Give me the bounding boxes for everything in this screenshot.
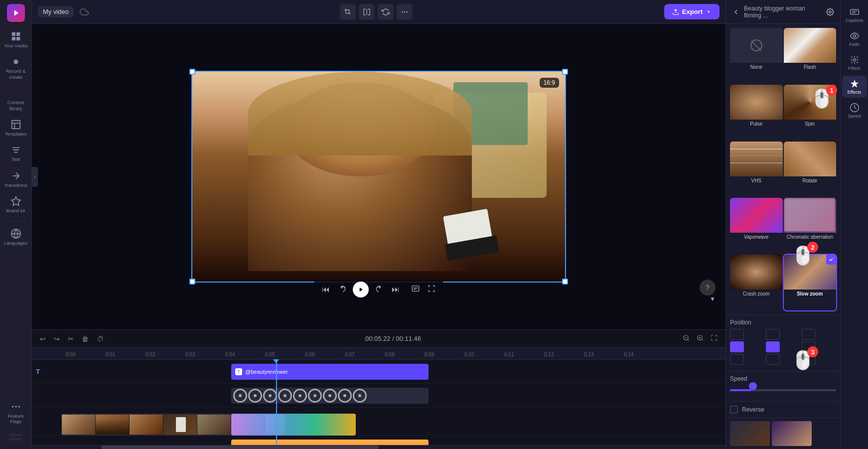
position-cell-3[interactable] — [730, 341, 744, 352]
speed-fill — [730, 389, 751, 391]
expand-panel-button[interactable]: ▼ — [710, 296, 716, 302]
position-cell-4[interactable] — [766, 341, 780, 352]
timeline-scroll-thumb[interactable] — [101, 446, 379, 449]
resize-handle-br[interactable] — [562, 279, 568, 285]
zoom-out-button[interactable] — [681, 333, 692, 344]
resize-handle-bl[interactable] — [189, 279, 195, 285]
playhead[interactable] — [276, 360, 277, 445]
effect-thumb-pulse — [730, 85, 783, 120]
effect-item-chromatic-aberration[interactable]: Chromatic aberration — [784, 198, 837, 254]
cut-button[interactable]: ✂ — [66, 334, 76, 344]
right-icon-fade[interactable]: Fade — [842, 28, 867, 50]
video-thumb-4 — [163, 415, 197, 435]
position-cell-8[interactable] — [802, 354, 816, 365]
reverse-label: Reverse — [742, 406, 764, 413]
timeline-area: ↩ ↪ ✂ 🗑 ⏱ 00:05.22 / 00:11.46 — [32, 329, 725, 449]
sidebar-item-record-create[interactable]: Record &create — [2, 53, 30, 83]
speed-track — [730, 389, 836, 391]
skip-to-end-button[interactable]: ⏭ — [390, 283, 402, 296]
export-button[interactable]: Export — [664, 4, 720, 19]
help-button[interactable]: ? — [700, 280, 716, 296]
effect-item-crash-zoom[interactable]: Crash zoom — [730, 255, 783, 310]
bottom-thumb-1[interactable] — [730, 421, 770, 446]
effect-thumb-vaporwave — [730, 198, 783, 233]
right-icon-speed[interactable]: Speed — [842, 100, 867, 122]
effect-label-pulse: Pulse — [730, 120, 783, 128]
left-sidebar: Your media Record &create Content librar… — [0, 0, 32, 449]
music-track-block[interactable] — [231, 388, 429, 404]
project-name[interactable]: My video — [38, 6, 74, 17]
speed-title: Speed — [730, 375, 836, 382]
app-logo[interactable] — [7, 4, 25, 22]
bottom-thumb-row — [726, 418, 840, 449]
effect-item-spin[interactable]: Spin — [784, 85, 837, 141]
effect-item-pulse[interactable]: Pulse — [730, 85, 783, 141]
bottom-thumb-2[interactable] — [772, 421, 812, 446]
music-disc-8 — [338, 389, 352, 403]
sidebar-item-brand-kit[interactable]: Brand kit — [2, 193, 30, 216]
timeline-scrollbar[interactable] — [32, 445, 725, 449]
forward-button[interactable] — [373, 282, 386, 297]
rewind-button[interactable] — [336, 282, 349, 297]
zoom-in-button[interactable] — [695, 333, 706, 344]
position-cell-6[interactable] — [730, 354, 744, 365]
redo-button[interactable]: ↪ — [52, 334, 62, 344]
video-track-content — [62, 413, 725, 431]
top-bar: My video Export — [32, 0, 725, 24]
position-cell-0[interactable] — [730, 329, 744, 340]
svg-point-15 — [404, 11, 406, 12]
position-cell-7[interactable] — [766, 354, 780, 365]
add-marker-button[interactable]: ⏱ — [95, 334, 106, 344]
effects-overlay-track[interactable] — [231, 414, 356, 436]
effect-item-vaporwave[interactable]: Vaporwave — [730, 198, 783, 254]
play-pause-button[interactable] — [353, 282, 369, 298]
collapse-panel-button[interactable] — [32, 167, 38, 187]
position-cell-1[interactable] — [766, 329, 780, 340]
text-track-block[interactable]: T @beautyreviewer — [231, 364, 429, 380]
position-cell-2[interactable] — [802, 329, 816, 340]
effect-item-slow-zoom[interactable]: Slow zoom — [784, 255, 837, 310]
sidebar-item-your-media[interactable]: Your media — [2, 28, 30, 51]
svg-rect-2 — [11, 37, 15, 40]
svg-point-13 — [18, 406, 20, 408]
right-icon-captions[interactable]: Captions — [842, 4, 867, 26]
effect-item-flash[interactable]: Flash — [784, 28, 837, 84]
audio-waveform-track[interactable] — [231, 440, 429, 446]
flip-button[interactable] — [359, 4, 375, 20]
toolbar-center — [93, 4, 660, 20]
position-cell-5[interactable] — [802, 341, 816, 352]
sidebar-item-text[interactable]: Text — [2, 142, 30, 165]
music-disc-7 — [323, 389, 337, 403]
delete-button[interactable]: 🗑 — [80, 334, 91, 344]
sidebar-item-templates[interactable]: Templates — [2, 116, 30, 140]
effect-item-rotate[interactable]: Rotate — [784, 142, 837, 197]
skip-to-start-button[interactable]: ⏮ — [320, 283, 332, 296]
undo-button[interactable]: ↩ — [38, 334, 48, 344]
timeline-content: 0:00 0:01 0:02 0:03 0:04 0:05 0:06 0:07 … — [32, 348, 725, 445]
none-icon — [750, 39, 762, 51]
more-options-button[interactable] — [397, 4, 413, 20]
effect-item-none[interactable]: None — [730, 28, 783, 84]
sidebar-item-content-library[interactable]: Content library — [2, 85, 30, 114]
reverse-checkbox[interactable] — [730, 406, 738, 414]
sidebar-item-languages[interactable]: Languages — [2, 225, 30, 249]
right-icon-filters[interactable]: Filters — [842, 52, 867, 74]
subtitle-button[interactable] — [410, 283, 422, 297]
right-icon-effects[interactable]: Effects — [842, 76, 867, 98]
fullscreen-button[interactable] — [426, 283, 437, 297]
svg-rect-3 — [16, 37, 19, 40]
sidebar-item-more[interactable]: Feature Flags — [2, 398, 30, 428]
position-section: Position — [726, 314, 840, 371]
music-disc-6 — [308, 389, 322, 403]
sidebar-item-transitions[interactable]: Transitions — [2, 167, 30, 191]
resize-handle-tl[interactable] — [189, 69, 195, 75]
resize-handle-tr[interactable] — [562, 69, 568, 75]
effect-item-vhs[interactable]: VHS — [730, 142, 783, 197]
rotate-button[interactable] — [378, 4, 394, 20]
fit-timeline-button[interactable] — [709, 333, 720, 344]
crop-button[interactable] — [340, 4, 356, 20]
text-track-icon: T — [235, 368, 242, 375]
effect-thumb-crashzoom — [730, 255, 783, 290]
music-disc-1 — [233, 389, 247, 403]
position-grid — [730, 329, 836, 365]
